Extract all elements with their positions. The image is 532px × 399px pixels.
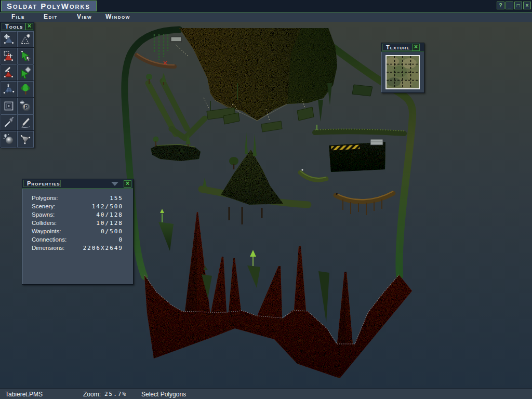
properties-rows: Polygons: 155 Scenery: 142/500 Spawns: 4… [22,189,133,253]
properties-panel-titlebar[interactable]: Properties × [22,179,133,189]
property-label: Waypoints: [32,228,61,234]
property-label: Dimensions: [32,245,64,251]
red-floor [144,212,412,378]
property-row-connections: Connections: 0 [22,236,133,245]
select-polygon-icon [3,50,15,62]
center-curved-platform [300,169,326,180]
texture-preview[interactable] [385,55,420,89]
map-canvas[interactable]: Tools × [0,22,532,388]
properties-panel-title: Properties [23,180,61,187]
property-value: 142/500 [92,203,123,210]
menu-window[interactable]: Window [105,13,130,20]
move-polygon-icon [3,33,15,46]
properties-panel-close-button[interactable]: × [124,180,131,188]
properties-panel: Properties × Polygons: 155 Scenery: 142/… [22,179,134,285]
status-zoom-value: 25.7% [104,391,127,397]
app-title: Soldat PolyWorks [1,1,97,11]
property-row-spawns: Spawns: 40/128 [22,211,133,220]
object-frame-icon [3,100,15,112]
property-value: 0/500 [101,228,123,235]
restore-button[interactable]: □ [514,2,522,9]
property-value: 10/128 [96,220,123,227]
tool-pencil-button[interactable] [17,114,34,131]
tool-transform-mesh-button[interactable] [1,81,17,98]
tool-texture-polygon-button[interactable] [17,64,34,81]
depth-map-icon [19,133,32,145]
texture-panel-body [381,52,424,92]
polyworks-window: Soldat PolyWorks ? _ □ × File Edit View … [0,0,532,399]
menu-file[interactable]: File [11,13,25,20]
titlebar: Soldat PolyWorks ? _ □ × [0,0,532,12]
texture-panel-titlebar[interactable]: Texture × [381,43,424,52]
property-label: Polygons: [32,195,58,201]
tool-edit-vertices-button[interactable] [1,64,17,81]
right-structures [315,85,404,215]
property-value: 2206X2649 [83,245,123,251]
tool-spawn-point-button[interactable]: P [17,98,34,114]
pencil-icon [19,116,32,129]
color-picker-icon [3,116,15,129]
menu-edit[interactable]: Edit [44,13,58,20]
tools-panel-titlebar[interactable]: Tools × [1,22,34,31]
window-controls: ? _ □ × [497,2,531,9]
spawn-point-icon: P [19,100,32,112]
tool-color-picker-button[interactable] [1,114,17,131]
texture-panel-close-button[interactable]: × [412,44,420,51]
tool-create-polygon-button[interactable] [17,31,34,48]
map-ceiling-mass [179,28,337,122]
svg-text:P: P [24,104,28,110]
property-value: 40/128 [96,211,123,218]
property-row-polygons: Polygons: 155 [22,195,133,203]
scenery-tree-icon [19,83,32,96]
tool-depth-map-button[interactable] [17,131,34,148]
tool-light-button[interactable] [1,131,17,148]
tools-panel-close-button[interactable]: × [25,23,33,30]
status-filename: Tabieret.PMS [5,391,43,398]
create-polygon-icon [19,33,32,46]
property-label: Spawns: [32,211,55,218]
tool-move-polygon-button[interactable] [1,31,17,48]
property-row-dimensions: Dimensions: 2206X2649 [22,245,133,253]
tool-cursor-select-button[interactable] [17,48,34,64]
tools-panel: Tools × [0,22,34,148]
statusbar: Tabieret.PMS Zoom: 25.7% Select Polygons [0,388,532,399]
property-row-colliders: Colliders: 10/128 [22,220,133,228]
minimize-button[interactable]: _ [506,2,513,9]
property-label: Scenery: [32,203,55,209]
light-sphere-icon [3,133,15,145]
texture-panel-title: Texture [382,44,413,51]
tool-scenery-button[interactable] [17,81,34,98]
tools-panel-title: Tools [2,23,25,30]
property-value: 155 [110,195,123,202]
property-value: 0 [118,236,123,243]
tools-grid: P [1,31,34,148]
menubar: File Edit View Window [0,12,532,22]
properties-collapse-arrow-icon[interactable] [111,182,118,186]
texture-image [387,56,419,88]
menu-view[interactable]: View [77,13,92,20]
property-label: Connections: [32,236,66,243]
tool-select-polygon-button[interactable] [1,48,17,64]
property-label: Colliders: [32,220,57,226]
tool-object-frame-button[interactable] [1,98,17,114]
property-row-waypoints: Waypoints: 0/500 [22,228,133,236]
help-button[interactable]: ? [497,2,504,9]
left-ramps [148,81,205,161]
texture-panel: Texture × [381,43,424,93]
texture-polygon-icon [19,66,32,79]
edit-vertices-icon [3,66,15,79]
transform-mesh-icon [3,83,15,96]
status-mode: Select Polygons [141,391,186,398]
property-row-scenery: Scenery: 142/500 [22,203,133,211]
status-zoom-label: Zoom: [83,391,101,398]
close-button[interactable]: × [523,2,531,9]
cursor-select-icon [19,50,32,62]
center-hill [202,150,308,224]
